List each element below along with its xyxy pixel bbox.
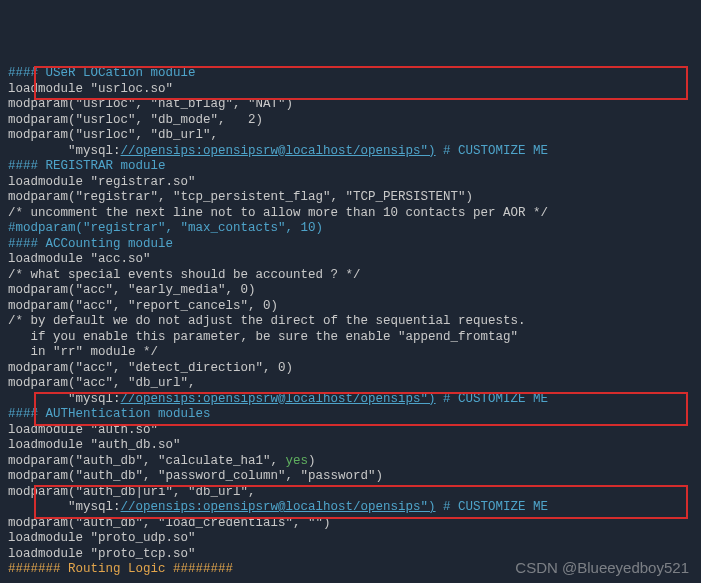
- code-line: #### REGISTRAR module: [8, 159, 693, 175]
- code-line: in "rr" module */: [8, 345, 693, 361]
- code-line: /* what special events should be account…: [8, 268, 693, 284]
- mysql-url: //opensips:opensipsrw@localhost/opensips…: [121, 500, 436, 514]
- customize-comment: # CUSTOMIZE ME: [436, 500, 549, 514]
- code-line: modparam("usrloc", "db_mode", 2): [8, 113, 693, 129]
- code-line: #### AUTHentication modules: [8, 407, 693, 423]
- code-line: #modparam("registrar", "max_contacts", 1…: [8, 221, 693, 237]
- code-line: loadmodule "proto_udp.so": [8, 531, 693, 547]
- code-line: if you enable this parameter, be sure th…: [8, 330, 693, 346]
- code-line: loadmodule "usrloc.so": [8, 82, 693, 98]
- code-line: /* by default we do not adjust the direc…: [8, 314, 693, 330]
- code-line: "mysql://opensips:opensipsrw@localhost/o…: [8, 144, 693, 160]
- code-line: modparam("acc", "detect_direction", 0): [8, 361, 693, 377]
- code-block: #### USeR LOCation moduleloadmodule "usr…: [8, 66, 693, 578]
- code-line: #### USeR LOCation module: [8, 66, 693, 82]
- watermark: CSDN @Blueeyedboy521: [515, 560, 689, 576]
- mysql-url: //opensips:opensipsrw@localhost/opensips…: [121, 392, 436, 406]
- code-line: modparam("acc", "report_cancels", 0): [8, 299, 693, 315]
- code-line: "mysql://opensips:opensipsrw@localhost/o…: [8, 392, 693, 408]
- code-line: /* uncomment the next line not to allow …: [8, 206, 693, 222]
- customize-comment: # CUSTOMIZE ME: [436, 144, 549, 158]
- code-line: loadmodule "registrar.so": [8, 175, 693, 191]
- code-line: modparam("acc", "early_media", 0): [8, 283, 693, 299]
- code-line: modparam("acc", "db_url",: [8, 376, 693, 392]
- code-line: modparam("auth_db|uri", "db_url",: [8, 485, 693, 501]
- code-line: "mysql://opensips:opensipsrw@localhost/o…: [8, 500, 693, 516]
- code-line: modparam("usrloc", "nat_bflag", "NAT"): [8, 97, 693, 113]
- code-line: modparam("auth_db", "password_column", "…: [8, 469, 693, 485]
- code-line: modparam("auth_db", "load_credentials", …: [8, 516, 693, 532]
- keyword-yes: yes: [286, 454, 309, 468]
- customize-comment: # CUSTOMIZE ME: [436, 392, 549, 406]
- code-line: #### ACCounting module: [8, 237, 693, 253]
- code-line: loadmodule "auth_db.so": [8, 438, 693, 454]
- code-line: modparam("registrar", "tcp_persistent_fl…: [8, 190, 693, 206]
- code-line: modparam("usrloc", "db_url",: [8, 128, 693, 144]
- code-text: "mysql:: [8, 144, 121, 158]
- code-line: loadmodule "auth.so": [8, 423, 693, 439]
- mysql-url: //opensips:opensipsrw@localhost/opensips…: [121, 144, 436, 158]
- code-line: modparam("auth_db", "calculate_ha1", yes…: [8, 454, 693, 470]
- code-text: "mysql:: [8, 392, 121, 406]
- code-text: "mysql:: [8, 500, 121, 514]
- code-text: ): [308, 454, 316, 468]
- code-line: loadmodule "acc.so": [8, 252, 693, 268]
- code-text: modparam("auth_db", "calculate_ha1",: [8, 454, 286, 468]
